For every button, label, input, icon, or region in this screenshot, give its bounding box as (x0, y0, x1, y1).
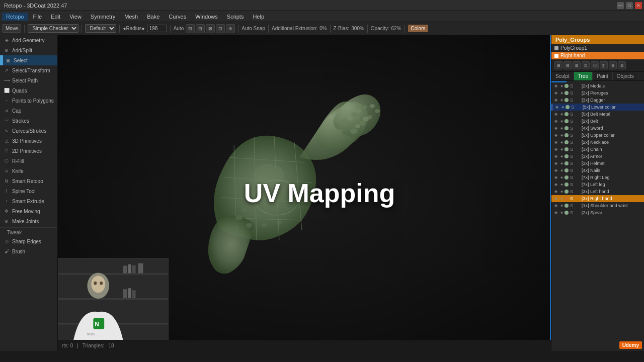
lock-icon-necklace[interactable]: ◈ (559, 140, 564, 145)
eye-icon-helmet[interactable]: ◉ (553, 161, 558, 166)
lock-icon-chain[interactable]: ◈ (559, 147, 564, 152)
sidebar-item-smart-extrude[interactable]: ↑ Smart Extrude (0, 196, 57, 206)
scene-item-shoulder-wrist[interactable]: ◉ ◈ S [1x] Shoulder and wrist (551, 202, 644, 209)
menu-retopo[interactable]: Retopo (2, 13, 28, 21)
poly-group-right-hand-item[interactable]: Right hand (551, 52, 644, 59)
sidebar-item-smart-retopo[interactable]: ⧉ Smart Retopo (0, 176, 57, 186)
eye-icon-left-hand[interactable]: ◉ (553, 189, 558, 194)
menu-edit[interactable]: Edit (47, 13, 64, 21)
sidebar-item-select-path[interactable]: ⟿ Select Path (0, 75, 57, 85)
grid-icon-4[interactable]: ⊡ (216, 24, 225, 33)
scene-item-spear[interactable]: ◉ ◈ S [2x] Spear (551, 209, 644, 216)
tab-tree[interactable]: Tree (574, 72, 593, 80)
maximize-button[interactable]: □ (626, 2, 633, 9)
scene-item-lower-collar[interactable]: ◉ ◈ S [5x] Lower collar (551, 104, 644, 111)
eye-icon-shoulder-wrist[interactable]: ◉ (553, 203, 558, 208)
eye-icon-right-hand[interactable]: ◉ (553, 196, 558, 201)
lock-icon-lower-collar[interactable]: ◈ (560, 105, 565, 110)
lock-icon-spear[interactable]: ◈ (559, 210, 564, 215)
eye-icon-spear[interactable]: ◉ (553, 210, 558, 215)
lock-icon-right-leg[interactable]: ◈ (559, 175, 564, 180)
grid-icon-5[interactable]: ⊕ (226, 24, 235, 33)
grid-icon-3[interactable]: ⊠ (206, 24, 215, 33)
menu-symmetry[interactable]: Symmetry (87, 13, 120, 21)
eye-icon-belt[interactable]: ◉ (553, 119, 558, 124)
sidebar-item-cap[interactable]: ⌀ Cap (0, 106, 57, 116)
view-icon-3[interactable]: ⊠ (573, 61, 581, 69)
scene-item-sword[interactable]: ◉ ◈ S [4x] Sword (551, 125, 644, 132)
sidebar-item-2d-primitives[interactable]: □ 2D Primitives (0, 146, 57, 156)
grid-icon-1[interactable]: ⊞ (186, 24, 195, 33)
lock-icon-armor[interactable]: ◈ (559, 154, 564, 159)
scene-item-armor[interactable]: ◉ ◈ S [3x] Armor (551, 153, 644, 160)
sidebar-item-quads[interactable]: ⬜ Quads (0, 85, 57, 96)
lock-icon-shoulder-wrist[interactable]: ◈ (559, 203, 564, 208)
lock-icon-upper-collar[interactable]: ◈ (559, 133, 564, 138)
menu-bake[interactable]: Bake (143, 13, 164, 21)
colors-button[interactable]: Colors (408, 25, 429, 32)
eye-icon-nails[interactable]: ◉ (553, 168, 558, 173)
view-icon-2[interactable]: ⊟ (564, 61, 572, 69)
sidebar-item-rfill[interactable]: ⬡ R-Fill (0, 156, 57, 166)
view-icon-6[interactable]: ◫ (600, 61, 608, 69)
sidebar-sub-tweak[interactable]: Tweak (0, 229, 57, 236)
lock-icon-sword[interactable]: ◈ (559, 126, 564, 131)
minimize-button[interactable]: — (617, 2, 624, 9)
lock-icon-right-hand[interactable]: ◈ (559, 196, 564, 201)
sidebar-item-spine-tool[interactable]: ⌇ Spine Tool (0, 186, 57, 196)
eye-icon-dagger[interactable]: ◉ (553, 98, 558, 103)
eye-icon-belt-metal[interactable]: ◉ (553, 112, 558, 117)
sidebar-item-knife[interactable]: ⚔ Knife (0, 166, 57, 176)
menu-help[interactable]: Help (249, 13, 268, 21)
lock-icon-dagger[interactable]: ◈ (559, 98, 564, 103)
lock-icon-belt-metal[interactable]: ◈ (559, 112, 564, 117)
sidebar-item-add-geometry[interactable]: ◈ Add Geometry (0, 35, 57, 45)
eye-icon-armor[interactable]: ◉ (553, 154, 558, 159)
view-icon-5[interactable]: ⬡ (591, 61, 599, 69)
eye-icon-chain[interactable]: ◉ (553, 147, 558, 152)
view-icon-1[interactable]: ⊞ (554, 61, 562, 69)
eye-icon-necklace[interactable]: ◉ (553, 140, 558, 145)
view-icon-8[interactable]: ⊗ (618, 61, 626, 69)
eye-icon-right-leg[interactable]: ◉ (553, 175, 558, 180)
menu-scripts[interactable]: Scripts (223, 13, 248, 21)
lock-icon-nails[interactable]: ◈ (559, 168, 564, 173)
scene-item-medals[interactable]: ◉ ◈ S [2x] Medals (551, 82, 644, 89)
lock-icon-left-hand[interactable]: ◈ (559, 189, 564, 194)
menu-view[interactable]: View (65, 13, 86, 21)
sidebar-item-select-transform[interactable]: ↗ Select/Transform (0, 65, 57, 75)
lock-icon-pieruges[interactable]: ◈ (559, 90, 564, 96)
menu-mesh[interactable]: Mesh (120, 13, 142, 21)
eye-icon-pieruges[interactable]: ◉ (553, 90, 558, 96)
scene-item-right-leg[interactable]: ◉ ◈ S [7x] Right Leg (551, 174, 644, 181)
sidebar-item-strokes[interactable]: 〰 Strokes (0, 116, 57, 126)
eye-icon-left-leg[interactable]: ◉ (553, 182, 558, 187)
scene-item-upper-collar[interactable]: ◉ ◈ S [5x] Upper collar (551, 132, 644, 139)
sidebar-item-3d-primitives[interactable]: △ 3D Primitives (0, 136, 57, 146)
tab-objects[interactable]: Objects (613, 72, 638, 80)
scene-item-helmet[interactable]: ◉ ◈ S [3x] Helmet (551, 160, 644, 167)
menu-windows[interactable]: Windows (191, 13, 222, 21)
scene-item-necklace[interactable]: ◉ ◈ S [2x] Necklace (551, 139, 644, 146)
view-icon-7[interactable]: ⊕ (609, 61, 617, 69)
scene-item-nails[interactable]: ◉ ◈ S [4x] Nails (551, 167, 644, 174)
sidebar-item-curves-strokes[interactable]: ∿ Curves/Strokes (0, 126, 57, 136)
viewport[interactable]: UV Mapping (58, 35, 551, 351)
close-button[interactable]: ✕ (635, 2, 642, 9)
sidebar-item-add-split[interactable]: ⊕ Add/Split (0, 45, 57, 55)
eye-icon-upper-collar[interactable]: ◉ (553, 133, 558, 138)
sidebar-item-make-joints[interactable]: ⊗ Make Joints (0, 216, 57, 226)
tab-paint[interactable]: Paint (593, 72, 613, 80)
scene-item-dagger[interactable]: ◉ ◈ S [3x] Dagger (551, 97, 644, 104)
eye-icon-medals[interactable]: ◉ (553, 83, 558, 88)
tab-sculpt[interactable]: Sculpt (551, 72, 574, 80)
eye-icon-sword[interactable]: ◉ (553, 126, 558, 131)
menu-curves[interactable]: Curves (165, 13, 190, 21)
scene-item-left-hand[interactable]: ◉ ◈ S [3x] Left hand (551, 188, 644, 195)
poly-groups-header[interactable]: Poly_Groups (551, 35, 644, 44)
sidebar-item-brush[interactable]: 🖌 Brush (0, 246, 57, 256)
lock-icon-left-leg[interactable]: ◈ (559, 182, 564, 187)
view-icon-4[interactable]: ⊡ (582, 61, 590, 69)
scene-item-pieruges[interactable]: ◉ ◈ S [2x] Pieruges (551, 89, 644, 97)
scene-item-left-leg[interactable]: ◉ ◈ S [7x] Left leg (551, 181, 644, 188)
